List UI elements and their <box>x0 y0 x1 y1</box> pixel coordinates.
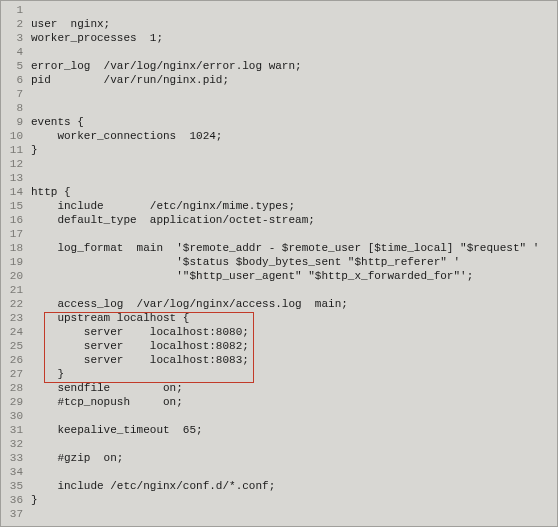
line-number: 10 <box>1 129 31 143</box>
code-line: 11} <box>1 143 557 157</box>
code-line: 24 server localhost:8080; <box>1 325 557 339</box>
code-text: } <box>31 367 557 381</box>
line-number: 32 <box>1 437 31 451</box>
code-line: 34 <box>1 465 557 479</box>
code-line: 8 <box>1 101 557 115</box>
code-text: } <box>31 143 557 157</box>
line-number: 22 <box>1 297 31 311</box>
code-editor: 12user nginx;3worker_processes 1;45error… <box>1 1 557 523</box>
line-number: 30 <box>1 409 31 423</box>
code-text: include /etc/nginx/mime.types; <box>31 199 557 213</box>
code-line: 15 include /etc/nginx/mime.types; <box>1 199 557 213</box>
code-text <box>31 507 557 521</box>
code-text: #tcp_nopush on; <box>31 395 557 409</box>
line-number: 24 <box>1 325 31 339</box>
line-number: 8 <box>1 101 31 115</box>
code-text: sendfile on; <box>31 381 557 395</box>
code-line: 2user nginx; <box>1 17 557 31</box>
code-text: error_log /var/log/nginx/error.log warn; <box>31 59 557 73</box>
line-number: 27 <box>1 367 31 381</box>
line-number: 35 <box>1 479 31 493</box>
code-text: log_format main '$remote_addr - $remote_… <box>31 241 557 255</box>
line-number: 25 <box>1 339 31 353</box>
code-text: server localhost:8080; <box>31 325 557 339</box>
line-number: 13 <box>1 171 31 185</box>
code-text <box>31 227 557 241</box>
line-number: 1 <box>1 3 31 17</box>
line-number: 23 <box>1 311 31 325</box>
code-text: http { <box>31 185 557 199</box>
code-line: 29 #tcp_nopush on; <box>1 395 557 409</box>
code-line: 12 <box>1 157 557 171</box>
code-line: 13 <box>1 171 557 185</box>
code-line: 30 <box>1 409 557 423</box>
line-number: 6 <box>1 73 31 87</box>
line-number: 17 <box>1 227 31 241</box>
code-text: '$status $body_bytes_sent "$http_referer… <box>31 255 557 269</box>
code-line: 6pid /var/run/nginx.pid; <box>1 73 557 87</box>
code-line: 14http { <box>1 185 557 199</box>
line-number: 33 <box>1 451 31 465</box>
line-number: 36 <box>1 493 31 507</box>
code-line: 35 include /etc/nginx/conf.d/*.conf; <box>1 479 557 493</box>
code-text: server localhost:8082; <box>31 339 557 353</box>
code-line: 23 upstream localhost { <box>1 311 557 325</box>
line-number: 9 <box>1 115 31 129</box>
line-number: 34 <box>1 465 31 479</box>
code-line: 7 <box>1 87 557 101</box>
code-text <box>31 101 557 115</box>
code-text: } <box>31 493 557 507</box>
line-number: 4 <box>1 45 31 59</box>
code-line: 9events { <box>1 115 557 129</box>
line-number: 15 <box>1 199 31 213</box>
code-line: 33 #gzip on; <box>1 451 557 465</box>
code-line: 31 keepalive_timeout 65; <box>1 423 557 437</box>
code-line: 21 <box>1 283 557 297</box>
code-text <box>31 283 557 297</box>
code-text: default_type application/octet-stream; <box>31 213 557 227</box>
line-number: 3 <box>1 31 31 45</box>
line-number: 26 <box>1 353 31 367</box>
code-text <box>31 437 557 451</box>
line-number: 14 <box>1 185 31 199</box>
code-line: 27 } <box>1 367 557 381</box>
code-text: access_log /var/log/nginx/access.log mai… <box>31 297 557 311</box>
code-text: upstream localhost { <box>31 311 557 325</box>
code-text: include /etc/nginx/conf.d/*.conf; <box>31 479 557 493</box>
line-number: 19 <box>1 255 31 269</box>
code-line: 17 <box>1 227 557 241</box>
code-line: 20 '"$http_user_agent" "$http_x_forwarde… <box>1 269 557 283</box>
line-number: 28 <box>1 381 31 395</box>
code-line: 36} <box>1 493 557 507</box>
code-line: 3worker_processes 1; <box>1 31 557 45</box>
code-line: 1 <box>1 3 557 17</box>
code-text: keepalive_timeout 65; <box>31 423 557 437</box>
code-text: events { <box>31 115 557 129</box>
code-text <box>31 3 557 17</box>
code-text: server localhost:8083; <box>31 353 557 367</box>
code-text <box>31 45 557 59</box>
line-number: 21 <box>1 283 31 297</box>
code-line: 28 sendfile on; <box>1 381 557 395</box>
code-line: 16 default_type application/octet-stream… <box>1 213 557 227</box>
code-line: 25 server localhost:8082; <box>1 339 557 353</box>
code-text: worker_processes 1; <box>31 31 557 45</box>
code-line: 10 worker_connections 1024; <box>1 129 557 143</box>
line-number: 12 <box>1 157 31 171</box>
code-text <box>31 87 557 101</box>
line-number: 37 <box>1 507 31 521</box>
code-line: 18 log_format main '$remote_addr - $remo… <box>1 241 557 255</box>
code-line: 4 <box>1 45 557 59</box>
line-number: 16 <box>1 213 31 227</box>
line-number: 18 <box>1 241 31 255</box>
code-text: '"$http_user_agent" "$http_x_forwarded_f… <box>31 269 557 283</box>
line-number: 5 <box>1 59 31 73</box>
line-number: 7 <box>1 87 31 101</box>
code-text: #gzip on; <box>31 451 557 465</box>
code-line: 26 server localhost:8083; <box>1 353 557 367</box>
line-number: 29 <box>1 395 31 409</box>
code-text <box>31 465 557 479</box>
code-text <box>31 409 557 423</box>
line-number: 2 <box>1 17 31 31</box>
code-text: worker_connections 1024; <box>31 129 557 143</box>
